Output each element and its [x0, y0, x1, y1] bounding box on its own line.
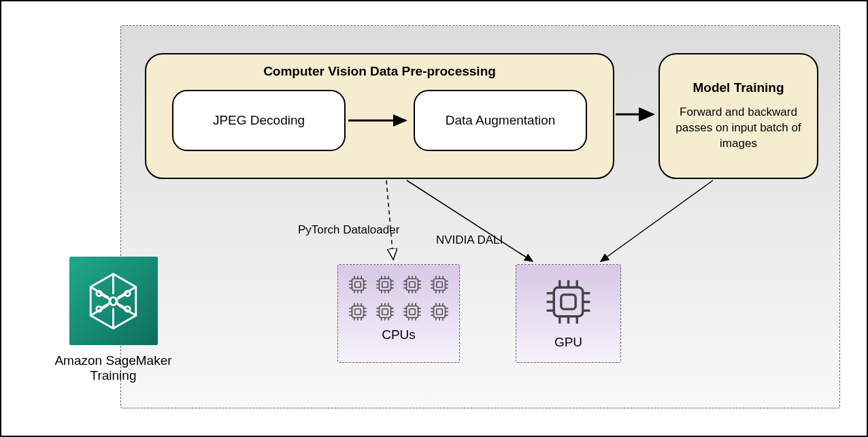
- cpus-box: CPUs: [337, 264, 460, 363]
- preprocessing-group: Computer Vision Data Pre-processing JPEG…: [145, 53, 614, 179]
- gpu-label: GPU: [522, 335, 615, 350]
- svg-rect-86: [410, 309, 416, 315]
- svg-rect-1: [352, 279, 364, 291]
- jpeg-decoding-label: JPEG Decoding: [213, 113, 305, 128]
- svg-point-131: [110, 297, 117, 304]
- preprocessing-steps-row: JPEG Decoding Data Augmentation: [160, 90, 599, 151]
- svg-rect-99: [434, 306, 446, 318]
- svg-rect-58: [355, 309, 361, 315]
- gpu-box: GPU: [516, 264, 621, 363]
- svg-rect-100: [437, 309, 443, 315]
- svg-rect-85: [407, 306, 418, 318]
- svg-rect-72: [382, 309, 388, 315]
- svg-rect-16: [382, 282, 388, 288]
- cpu-chip-icon: [373, 300, 397, 323]
- jpeg-decoding-box: JPEG Decoding: [172, 90, 346, 151]
- data-augmentation-box: Data Augmentation: [414, 90, 587, 151]
- svg-rect-114: [561, 295, 575, 309]
- model-training-box: Model Training Forward and backward pass…: [658, 53, 818, 179]
- cpu-chip-icon: [401, 300, 424, 323]
- svg-rect-30: [410, 282, 416, 288]
- preprocessing-title: Computer Vision Data Pre-processing: [160, 64, 599, 79]
- svg-rect-71: [380, 306, 391, 318]
- cpu-chip-icon: [428, 300, 451, 323]
- cpu-chip-icon: [401, 273, 424, 296]
- cpus-label: CPUs: [344, 327, 454, 342]
- model-training-title: Model Training: [692, 80, 784, 95]
- svg-rect-113: [554, 287, 583, 317]
- pytorch-dataloader-label: PyTorch Dataloader: [298, 223, 399, 237]
- sagemaker-label: Amazon SageMaker Training: [33, 353, 193, 383]
- svg-rect-2: [355, 282, 361, 288]
- svg-line-128: [386, 180, 393, 259]
- svg-rect-29: [407, 279, 418, 291]
- svg-line-130: [601, 180, 713, 261]
- sagemaker-block: Amazon SageMaker Training: [33, 257, 193, 383]
- gpu-chip-icon: [522, 273, 615, 331]
- cpu-chip-grid: [344, 273, 454, 323]
- svg-rect-44: [437, 282, 443, 288]
- instance-container: Computer Vision Data Pre-processing JPEG…: [120, 25, 840, 408]
- svg-rect-43: [434, 279, 446, 291]
- svg-rect-15: [380, 279, 391, 291]
- cpu-chip-icon: [346, 300, 369, 323]
- cpu-chip-icon: [346, 273, 369, 296]
- cpu-chip-icon: [373, 273, 397, 296]
- diagram-frame: Computer Vision Data Pre-processing JPEG…: [0, 0, 868, 437]
- svg-rect-57: [352, 306, 364, 318]
- model-training-subtitle: Forward and backward passes on input bat…: [672, 105, 805, 152]
- sagemaker-icon: [69, 257, 158, 345]
- arrow-decode-to-augment: [346, 114, 414, 127]
- svg-line-129: [407, 180, 533, 261]
- data-augmentation-label: Data Augmentation: [446, 113, 556, 128]
- cpu-chip-icon: [428, 273, 451, 296]
- nvidia-dali-label: NVIDIA DALI: [436, 233, 503, 247]
